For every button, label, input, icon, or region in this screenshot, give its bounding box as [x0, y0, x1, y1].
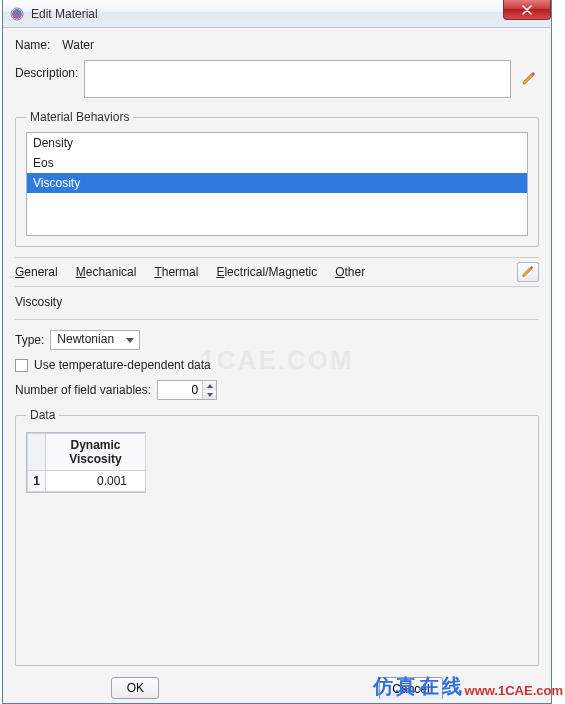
type-combo[interactable]: Newtonian [50, 330, 140, 350]
table-row[interactable]: 1 0.001 [28, 471, 146, 492]
temp-dep-checkbox[interactable] [15, 359, 28, 372]
temp-dep-row: Use temperature-dependent data [15, 358, 539, 372]
edit-category-button[interactable] [517, 262, 539, 282]
behavior-item-eos[interactable]: Eos [27, 153, 527, 173]
data-grid[interactable]: Dynamic Viscosity 1 0.001 [26, 432, 146, 493]
content-area: Name: Water Description: Material Behavi… [3, 28, 551, 682]
close-button[interactable] [503, 0, 551, 20]
material-behaviors-legend: Material Behaviors [26, 110, 133, 124]
grid-rowheader-blank [28, 434, 46, 471]
dialog-footer: OK Cancel [3, 673, 551, 703]
window-title: Edit Material [31, 7, 98, 21]
grid-col-header: Dynamic Viscosity [46, 434, 146, 471]
type-label: Type: [15, 333, 44, 347]
description-input[interactable] [84, 60, 511, 98]
field-vars-row: Number of field variables: [15, 380, 539, 400]
spinner-up[interactable] [203, 381, 216, 390]
cell-dynamic-viscosity[interactable]: 0.001 [46, 471, 146, 492]
material-behaviors-group: Material Behaviors Density Eos Viscosity [15, 110, 539, 247]
pencil-icon[interactable] [519, 69, 539, 89]
behavior-item-density[interactable]: Density [27, 133, 527, 153]
edit-material-window: Edit Material Name: Water Description: M… [2, 0, 552, 704]
spinner-down[interactable] [203, 390, 216, 399]
data-group: Data Dynamic Viscosity 1 0.001 [15, 408, 539, 666]
description-label: Description: [15, 66, 78, 80]
ok-button[interactable]: OK [111, 677, 159, 699]
type-value: Newtonian [57, 332, 114, 346]
menu-other[interactable]: Other [335, 265, 365, 279]
name-row: Name: Water [15, 38, 539, 52]
section-title: Viscosity [15, 295, 539, 309]
behavior-item-viscosity[interactable]: Viscosity [27, 173, 527, 193]
cancel-button[interactable]: Cancel [379, 677, 442, 699]
type-row: Type: Newtonian [15, 330, 539, 350]
name-label: Name: [15, 38, 50, 52]
name-value: Water [62, 38, 94, 52]
menu-thermal[interactable]: Thermal [154, 265, 198, 279]
category-menu: General Mechanical Thermal Electrical/Ma… [15, 257, 539, 287]
description-row: Description: [15, 60, 539, 98]
temp-dep-label: Use temperature-dependent data [34, 358, 211, 372]
menu-general[interactable]: General [15, 265, 58, 279]
field-vars-spinner[interactable] [157, 380, 217, 400]
row-number: 1 [28, 471, 46, 492]
app-icon [9, 6, 25, 22]
behaviors-list[interactable]: Density Eos Viscosity [26, 132, 528, 236]
data-legend: Data [26, 408, 59, 422]
menu-mechanical[interactable]: Mechanical [76, 265, 137, 279]
field-vars-label: Number of field variables: [15, 383, 151, 397]
divider [15, 319, 539, 320]
titlebar: Edit Material [3, 0, 551, 28]
menu-electrical[interactable]: Electrical/Magnetic [216, 265, 317, 279]
field-vars-input[interactable] [158, 381, 202, 399]
